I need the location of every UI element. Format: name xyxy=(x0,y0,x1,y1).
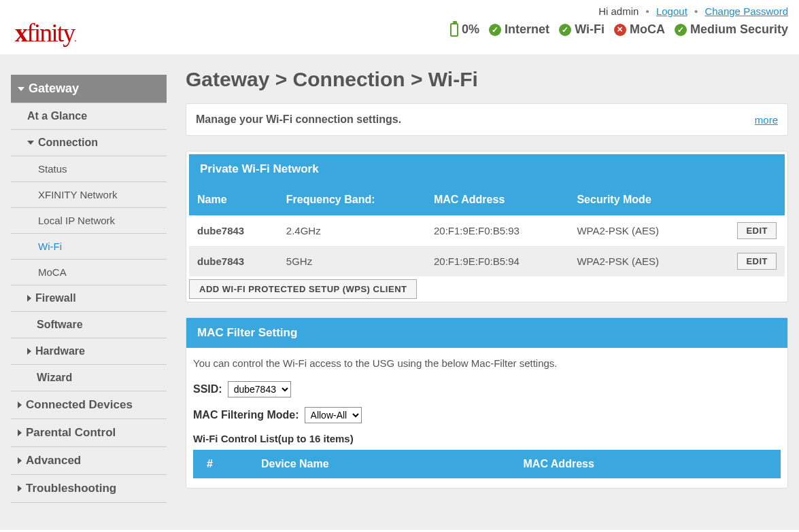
status-moca: ✕ MoCA xyxy=(614,22,665,37)
wifi-mac: 20:F1:9E:F0:B5:93 xyxy=(426,215,568,246)
wifi-mac: 20:F1:9E:F0:B5:94 xyxy=(426,246,568,277)
nav-troubleshooting[interactable]: Troubleshooting xyxy=(11,475,167,502)
caret-down-icon xyxy=(18,87,24,91)
main-content: Gateway > Connection > Wi-Fi Manage your… xyxy=(167,54,799,530)
control-list-title: Wi-Fi Control List(up to 16 items) xyxy=(193,433,781,444)
nav-wifi[interactable]: Wi-Fi xyxy=(11,234,167,259)
info-more-link[interactable]: more xyxy=(755,114,778,126)
control-list-table: # Device Name MAC Address xyxy=(193,450,781,478)
wifi-freq: 5GHz xyxy=(278,246,426,277)
edit-button[interactable]: EDIT xyxy=(737,253,777,270)
nav-hardware[interactable]: Hardware xyxy=(11,338,167,364)
private-wifi-title: Private Wi-Fi Network xyxy=(189,154,785,184)
nav-parental-control[interactable]: Parental Control xyxy=(11,419,167,446)
nav-gateway[interactable]: Gateway xyxy=(11,75,167,103)
nav-wizard[interactable]: Wizard xyxy=(11,365,167,391)
private-wifi-table: Private Wi-Fi Network Name Frequency Ban… xyxy=(189,154,785,277)
nav-firewall[interactable]: Firewall xyxy=(11,285,167,311)
mac-filter-panel: MAC Filter Setting You can control the W… xyxy=(186,317,788,489)
mac-mode-select[interactable]: Allow-All xyxy=(305,407,362,423)
info-text: Manage your Wi-Fi connection settings. xyxy=(196,113,401,126)
user-row: Hi admin • Logout • Change Password xyxy=(450,5,788,17)
nav-advanced[interactable]: Advanced xyxy=(11,447,167,474)
cl-col-num: # xyxy=(193,450,248,478)
wifi-row: dube7843 2.4GHz 20:F1:9E:F0:B5:93 WPA2-P… xyxy=(189,215,785,246)
wifi-sec: WPA2-PSK (AES) xyxy=(568,246,707,277)
greeting: Hi admin xyxy=(598,5,639,17)
col-name: Name xyxy=(189,184,278,215)
breadcrumb: Gateway > Connection > Wi-Fi xyxy=(186,68,788,91)
nav-local-ip[interactable]: Local IP Network xyxy=(11,208,167,233)
check-icon: ✓ xyxy=(559,24,571,36)
private-wifi-panel: Private Wi-Fi Network Name Frequency Ban… xyxy=(186,151,788,302)
mac-filter-title: MAC Filter Setting xyxy=(186,318,787,348)
col-mac: MAC Address xyxy=(426,184,568,215)
caret-down-icon xyxy=(27,141,34,145)
nav-software[interactable]: Software xyxy=(11,312,167,338)
caret-right-icon xyxy=(18,429,22,436)
caret-right-icon xyxy=(27,348,31,355)
caret-right-icon xyxy=(18,402,22,408)
wifi-name: dube7843 xyxy=(189,246,278,277)
mac-filter-desc: You can control the Wi-Fi access to the … xyxy=(193,357,781,369)
logo: xxfinityfinity. xyxy=(11,5,75,48)
nav-xfinity-network[interactable]: XFINITY Network xyxy=(11,182,167,207)
col-sec: Security Mode xyxy=(568,184,707,215)
edit-button[interactable]: EDIT xyxy=(737,222,777,239)
status-row: 0% ✓ Internet ✓ Wi-Fi ✕ MoCA ✓ Medium Se… xyxy=(450,22,788,37)
logout-link[interactable]: Logout xyxy=(656,5,687,17)
wifi-name: dube7843 xyxy=(189,215,278,246)
cl-col-device: Device Name xyxy=(248,450,510,478)
battery-icon xyxy=(450,23,458,37)
battery-status: 0% xyxy=(450,22,479,37)
caret-right-icon xyxy=(27,295,31,302)
caret-right-icon xyxy=(18,457,22,464)
nav-connected-devices[interactable]: Connected Devices xyxy=(11,391,167,419)
change-password-link[interactable]: Change Password xyxy=(704,5,788,17)
caret-right-icon xyxy=(18,485,22,492)
status-internet: ✓ Internet xyxy=(489,22,549,37)
check-icon: ✓ xyxy=(675,24,687,36)
sidebar: Gateway At a Glance Connection Status XF… xyxy=(0,54,167,530)
col-freq: Frequency Band: xyxy=(278,184,426,215)
nav-connection[interactable]: Connection xyxy=(11,130,167,156)
wifi-freq: 2.4GHz xyxy=(278,215,426,246)
nav-moca[interactable]: MoCA xyxy=(11,260,167,285)
nav-at-a-glance[interactable]: At a Glance xyxy=(11,103,167,129)
info-panel: Manage your Wi-Fi connection settings. m… xyxy=(186,103,788,136)
battery-pct: 0% xyxy=(462,22,479,37)
wifi-sec: WPA2-PSK (AES) xyxy=(568,215,707,246)
header: xxfinityfinity. Hi admin • Logout • Chan… xyxy=(0,0,799,54)
ssid-label: SSID: xyxy=(193,383,222,395)
x-icon: ✕ xyxy=(614,24,626,36)
check-icon: ✓ xyxy=(489,24,501,36)
wifi-row: dube7843 5GHz 20:F1:9E:F0:B5:94 WPA2-PSK… xyxy=(189,246,785,277)
nav-status[interactable]: Status xyxy=(11,156,167,181)
status-wifi: ✓ Wi-Fi xyxy=(559,22,605,37)
add-wps-client-button[interactable]: ADD WI-FI PROTECTED SETUP (WPS) CLIENT xyxy=(189,279,417,299)
cl-col-mac: MAC Address xyxy=(510,450,781,478)
ssid-select[interactable]: dube7843 xyxy=(228,381,291,397)
status-security: ✓ Medium Security xyxy=(675,22,788,37)
mac-mode-label: MAC Filtering Mode: xyxy=(193,409,299,421)
